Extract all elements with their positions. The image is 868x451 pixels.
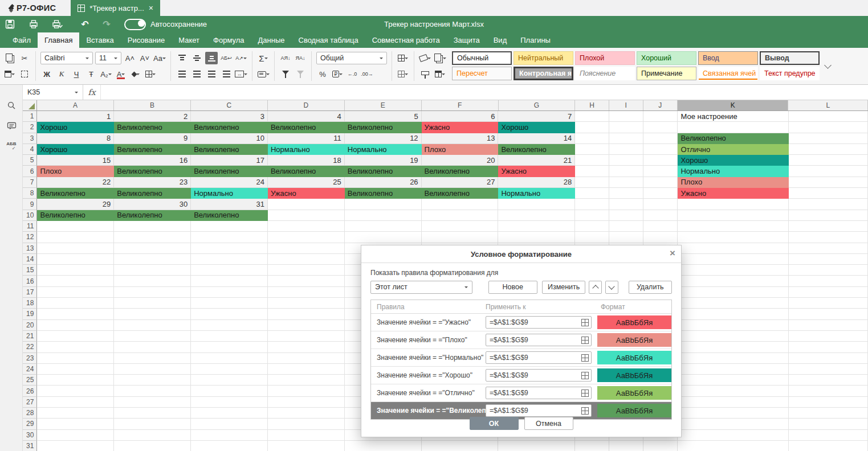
cell-H6[interactable] bbox=[575, 166, 609, 177]
cell-style-Плохой[interactable]: Плохой bbox=[575, 51, 635, 65]
cell-L27[interactable] bbox=[789, 397, 868, 408]
cell-F31[interactable] bbox=[422, 441, 499, 451]
cell-B26[interactable] bbox=[114, 386, 191, 396]
legend-cell-Хорошо[interactable]: Хорошо bbox=[678, 155, 788, 166]
cell-H2[interactable] bbox=[575, 122, 609, 133]
cell-G2[interactable]: Хорошо bbox=[498, 122, 575, 133]
cell-style-Хороший[interactable]: Хороший bbox=[637, 51, 696, 65]
cell-J1[interactable] bbox=[643, 111, 678, 122]
cell-L20[interactable] bbox=[789, 320, 868, 331]
select-range-icon[interactable] bbox=[581, 354, 589, 362]
cell-J4[interactable] bbox=[643, 144, 678, 155]
cell-B4[interactable]: Великолепно bbox=[114, 144, 191, 155]
align-right-button[interactable] bbox=[205, 68, 218, 80]
cell-B5[interactable]: 16 bbox=[114, 155, 191, 166]
cell-C2[interactable]: Великолепно bbox=[191, 122, 268, 133]
cell-C26[interactable] bbox=[191, 386, 268, 396]
cell-D5[interactable]: 18 bbox=[268, 155, 345, 166]
cell-C4[interactable]: Великолепно bbox=[191, 144, 268, 155]
row-header-2[interactable]: 2 bbox=[23, 122, 37, 133]
ok-button[interactable]: ОК bbox=[470, 417, 519, 430]
cell-K11[interactable] bbox=[678, 221, 788, 232]
cell-K2[interactable] bbox=[678, 122, 788, 133]
cell-L30[interactable] bbox=[789, 430, 868, 441]
cell-K20[interactable] bbox=[678, 320, 788, 331]
column-header-E[interactable]: E bbox=[345, 100, 422, 110]
document-tab[interactable]: *Трекер настр... × bbox=[71, 0, 160, 16]
cell-J3[interactable] bbox=[643, 133, 678, 144]
increase-decimal-button[interactable]: .00→ bbox=[361, 68, 373, 80]
cell-D3[interactable]: 11 bbox=[268, 133, 345, 144]
row-header-23[interactable]: 23 bbox=[23, 353, 37, 364]
save-button[interactable] bbox=[0, 16, 19, 32]
justify-button[interactable] bbox=[220, 68, 233, 80]
cell-I1[interactable] bbox=[609, 111, 643, 122]
cell-B1[interactable]: 2 bbox=[114, 111, 191, 122]
cell-K31[interactable] bbox=[678, 441, 788, 451]
cell-D21[interactable] bbox=[268, 331, 345, 342]
cell-I7[interactable] bbox=[609, 177, 643, 188]
select-range-icon[interactable] bbox=[581, 337, 589, 344]
cell-style-Нейтральный[interactable]: Нейтральный bbox=[514, 51, 573, 65]
cell-J8[interactable] bbox=[643, 188, 678, 199]
print-button[interactable] bbox=[24, 16, 43, 32]
cell-L13[interactable] bbox=[789, 243, 868, 254]
legend-cell-Нормально[interactable]: Нормально bbox=[678, 166, 788, 177]
cell-C28[interactable] bbox=[191, 408, 268, 419]
cell-A31[interactable] bbox=[37, 441, 114, 451]
row-header-20[interactable]: 20 bbox=[23, 320, 37, 331]
cell-H1[interactable] bbox=[575, 111, 609, 122]
cell-A12[interactable] bbox=[37, 232, 114, 243]
cell-style-Вывод[interactable]: Вывод bbox=[760, 51, 820, 65]
move-rule-up-button[interactable] bbox=[589, 281, 602, 294]
column-header-I[interactable]: I bbox=[609, 100, 643, 110]
menu-tab-Сводная таблица[interactable]: Сводная таблица bbox=[292, 32, 365, 48]
cell-C6[interactable]: Великолепно bbox=[191, 166, 268, 177]
cell-H8[interactable] bbox=[575, 188, 609, 199]
cell-L24[interactable] bbox=[789, 364, 868, 375]
cell-K14[interactable] bbox=[678, 254, 788, 265]
cell-L31[interactable] bbox=[789, 441, 868, 451]
number-format-select[interactable]: Общий bbox=[316, 52, 387, 64]
cell-L10[interactable] bbox=[789, 210, 868, 221]
align-left-button[interactable] bbox=[176, 68, 188, 80]
cell-L14[interactable] bbox=[789, 254, 868, 265]
cell-K30[interactable] bbox=[678, 430, 788, 441]
copy-button[interactable] bbox=[3, 52, 16, 64]
legend-cell-Великолепно[interactable]: Великолепно bbox=[678, 133, 788, 144]
redo-button[interactable]: ↷ bbox=[97, 16, 116, 32]
cell-G5[interactable]: 21 bbox=[498, 155, 575, 166]
delete-rule-button[interactable]: Удалить bbox=[629, 281, 672, 294]
row-header-15[interactable]: 15 bbox=[23, 265, 37, 276]
align-bottom-button[interactable] bbox=[205, 52, 218, 64]
cell-name-box[interactable]: K35 bbox=[23, 85, 83, 100]
named-ranges-button[interactable] bbox=[257, 68, 270, 80]
cell-C1[interactable]: 3 bbox=[191, 111, 268, 122]
column-header-G[interactable]: G bbox=[499, 100, 576, 110]
cell-C30[interactable] bbox=[191, 430, 268, 441]
row-header-26[interactable]: 26 bbox=[23, 386, 37, 396]
cell-A22[interactable] bbox=[37, 342, 114, 352]
cell-D10[interactable] bbox=[268, 210, 345, 221]
cell-I8[interactable] bbox=[609, 188, 643, 199]
shrink-font-button[interactable]: A˅ bbox=[138, 52, 151, 64]
cell-L28[interactable] bbox=[789, 408, 868, 419]
cell-K23[interactable] bbox=[678, 353, 788, 364]
legend-cell-Ужасно[interactable]: Ужасно bbox=[678, 188, 788, 199]
row-header-8[interactable]: 8 bbox=[23, 188, 37, 199]
cell-C3[interactable]: 10 bbox=[191, 133, 268, 144]
gallery-expand-button[interactable] bbox=[820, 48, 836, 84]
row-header-5[interactable]: 5 bbox=[23, 155, 37, 166]
cell-A14[interactable] bbox=[37, 254, 114, 265]
cell-B17[interactable] bbox=[114, 287, 191, 298]
cell-J2[interactable] bbox=[643, 122, 678, 133]
row-header-18[interactable]: 18 bbox=[23, 298, 37, 309]
cell-D19[interactable] bbox=[268, 309, 345, 319]
cell-A10[interactable]: Великолепно bbox=[37, 210, 114, 221]
cell-H12[interactable] bbox=[575, 232, 609, 243]
cell-B2[interactable]: Великолепно bbox=[114, 122, 191, 133]
delete-cells-button[interactable] bbox=[397, 68, 409, 80]
cell-K21[interactable] bbox=[678, 331, 788, 342]
borders-button[interactable] bbox=[144, 68, 157, 80]
cell-K26[interactable] bbox=[678, 386, 788, 396]
